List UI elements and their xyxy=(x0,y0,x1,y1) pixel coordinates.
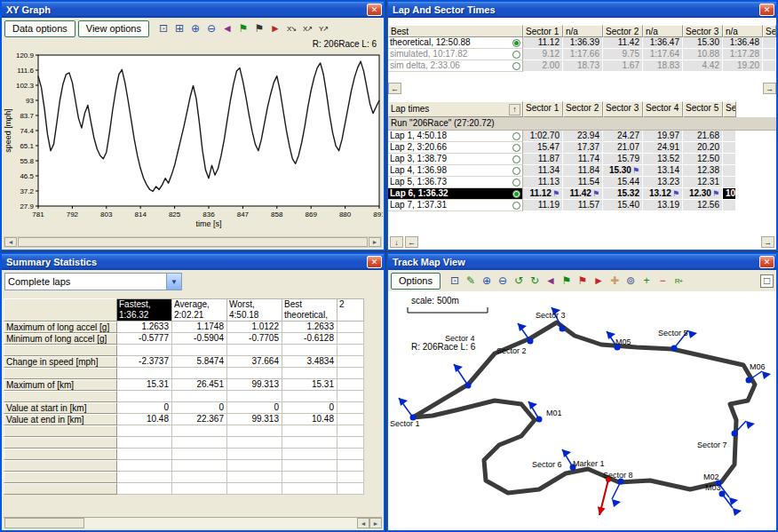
sector-time-cell: 11.57 xyxy=(563,200,603,211)
lap-row[interactable]: Lap 3, 1:38.7911.8711.7415.7913.5212.50 xyxy=(388,154,776,165)
close-icon[interactable]: ✕ xyxy=(759,4,774,16)
scroll-thumb[interactable] xyxy=(4,518,84,528)
track-marker[interactable]: Sector 2 xyxy=(496,323,534,355)
lap-select-radio[interactable] xyxy=(512,167,520,175)
scroll-right-icon[interactable]: ► xyxy=(369,237,381,247)
titlebar-track-map[interactable]: Track Map View ✕ xyxy=(388,254,776,270)
finish-flag-icon[interactable]: ⚑ xyxy=(252,21,266,36)
x-cursor-back-icon[interactable]: X↘ xyxy=(284,21,298,36)
lap-select-radio[interactable] xyxy=(512,190,520,198)
map-toolbar-icons: ⊡✎⊕⊖↺↻◄⚑⚑►✚⊚+−R+□ xyxy=(448,274,774,288)
lap-select-radio[interactable] xyxy=(512,179,520,187)
lap-row[interactable]: Lap 2, 3:20.6615.4717.3721.0724.9120.20 xyxy=(388,142,776,154)
track-marker[interactable]: Sector 8 xyxy=(603,471,633,507)
summary-row xyxy=(4,391,384,402)
scroll-right-icon[interactable]: → xyxy=(763,83,776,94)
red-flag-icon[interactable]: ⚑ xyxy=(576,274,590,288)
track-marker[interactable]: Sector 7 xyxy=(697,421,755,449)
scroll-left-icon[interactable]: ◄ xyxy=(4,237,17,247)
scroll-thumb[interactable] xyxy=(18,237,368,247)
rotate-ccw-icon[interactable]: ↺ xyxy=(512,274,526,288)
track-map[interactable]: scale: 500m R: 206Race L: 6 Sector 3Sect… xyxy=(388,291,773,529)
best-row[interactable]: theoretical, 12:50.8811.121:36.3911.421:… xyxy=(388,37,776,49)
svg-text:111.6: 111.6 xyxy=(17,67,34,75)
summary-value-cell: 0 xyxy=(117,402,172,414)
globe-icon[interactable]: ⊚ xyxy=(623,274,638,288)
green-flag-icon[interactable]: ⚑ xyxy=(560,274,574,288)
green-flag-icon[interactable]: ⚑ xyxy=(236,21,250,36)
best-row[interactable]: sim delta, 2:33.062.0018.731.6718.834.42… xyxy=(388,60,776,72)
row-select-radio[interactable] xyxy=(512,62,520,70)
svg-text:869: 869 xyxy=(306,210,318,218)
lap-row[interactable]: Lap 6, 1:36.3211.12⚑11.42⚑15.3213.12⚑12.… xyxy=(388,188,776,200)
scroll-left-icon[interactable]: ← xyxy=(405,236,418,248)
zoom-out-icon[interactable]: ⊖ xyxy=(496,274,510,288)
svg-text:27.9: 27.9 xyxy=(20,202,34,210)
row-select-radio[interactable] xyxy=(512,51,520,59)
edit-track-icon[interactable]: ✎ xyxy=(464,274,478,288)
best-row[interactable]: simulated, 10:17.829.121:17.669.751:17.6… xyxy=(388,49,776,60)
zoom-in-icon[interactable]: ⊕ xyxy=(188,21,202,36)
sector-time-text: 15.44 xyxy=(617,177,639,187)
sector-time-cell: 11.42⚑ xyxy=(563,188,603,200)
svg-text:120.9: 120.9 xyxy=(16,52,35,60)
lap-row[interactable]: Lap 5, 1:36.7311.1311.5415.4413.2312.31 xyxy=(388,177,776,188)
close-icon[interactable]: ✕ xyxy=(367,4,382,16)
sector-time-cell: 15.40 xyxy=(603,200,643,211)
sector-time-text: 12.38 xyxy=(697,165,719,175)
options-button[interactable]: Options xyxy=(391,273,441,290)
scroll-down-icon[interactable]: ↓ xyxy=(390,236,403,248)
lap-select-radio[interactable] xyxy=(512,132,520,140)
close-icon[interactable]: ✕ xyxy=(367,256,382,268)
track-marker[interactable]: Sector 6 xyxy=(532,449,576,471)
view-options-button[interactable]: View options xyxy=(78,20,149,37)
scroll-right-icon[interactable]: ► xyxy=(369,518,382,528)
next-marker-icon[interactable]: ► xyxy=(268,21,282,36)
lap-row[interactable]: Lap 4, 1:36.9811.3411.8415.30⚑13.1412.38 xyxy=(388,165,776,177)
sector-time-text: 13.19 xyxy=(657,200,679,210)
lap-select-radio[interactable] xyxy=(512,144,520,152)
lap-filter-dropdown[interactable]: Complete laps ▼ xyxy=(4,273,182,290)
data-options-button[interactable]: Data options xyxy=(4,20,75,37)
lap-select-radio[interactable] xyxy=(512,155,520,163)
titlebar-summary[interactable]: Summary Statistics ✕ xyxy=(2,254,384,270)
lap-row[interactable]: Lap 7, 1:37.3111.1911.5715.4013.1912.56 xyxy=(388,200,776,211)
pan-hand-icon[interactable]: ✚ xyxy=(607,274,622,288)
zoom-region-icon[interactable]: ⊡ xyxy=(156,21,171,36)
speed-time-chart[interactable]: 120.9111.6102.39383.774.465.155.846.537.… xyxy=(3,50,383,233)
lap-row[interactable]: Lap 1, 4:50.181:02.7023.9424.2719.9721.6… xyxy=(388,131,776,142)
scroll-right-icon[interactable]: → xyxy=(761,236,774,248)
x-cursor-fwd-icon[interactable]: X↗ xyxy=(300,21,314,36)
best-sector-flag-icon: ⚑ xyxy=(712,189,719,198)
titlebar-xy-graph[interactable]: XY Graph ✕ xyxy=(2,2,384,18)
zoom-in-icon[interactable]: ⊕ xyxy=(480,274,494,288)
prev-marker-icon[interactable]: ◄ xyxy=(544,274,558,288)
xy-horizontal-scrollbar[interactable]: ◄ ► xyxy=(4,236,382,248)
row-select-radio[interactable] xyxy=(512,39,520,47)
scroll-up-icon[interactable]: ↑ xyxy=(509,104,520,115)
scroll-left-icon[interactable]: ← xyxy=(388,83,401,94)
reset-view-icon[interactable]: R+ xyxy=(671,274,686,288)
best-time-cell: 1:17.66 xyxy=(563,49,603,60)
summary-horizontal-scrollbar[interactable]: ◄ ► xyxy=(4,517,382,528)
maximize-icon[interactable]: □ xyxy=(760,274,774,288)
lap-select-radio[interactable] xyxy=(512,202,520,210)
chevron-down-icon[interactable]: ▼ xyxy=(166,274,181,290)
column-header: Sector 2 xyxy=(603,25,643,37)
prev-marker-icon[interactable]: ◄ xyxy=(220,21,234,36)
y-cursor-icon[interactable]: Y↗ xyxy=(316,21,330,36)
next-marker-icon[interactable]: ► xyxy=(591,274,606,288)
titlebar-lap-sector[interactable]: Lap And Sector Times ✕ xyxy=(388,2,776,18)
add-node-icon[interactable]: + xyxy=(639,274,654,288)
zoom-window-icon[interactable]: ⊞ xyxy=(172,21,187,36)
close-icon[interactable]: ✕ xyxy=(759,256,774,268)
rotate-cw-icon[interactable]: ↻ xyxy=(528,274,542,288)
zoom-region-icon[interactable]: ⊡ xyxy=(448,274,462,288)
track-marker[interactable]: Sector 1 xyxy=(390,398,420,428)
zoom-out-icon[interactable]: ⊖ xyxy=(204,21,218,36)
scroll-left-icon[interactable]: ◄ xyxy=(357,518,369,528)
delete-node-icon[interactable]: − xyxy=(655,274,670,288)
start-finish-marker[interactable]: Marker 1 xyxy=(573,459,611,515)
summary-value-cell: 3.4834 xyxy=(282,356,337,368)
summary-value-cell xyxy=(117,345,172,356)
